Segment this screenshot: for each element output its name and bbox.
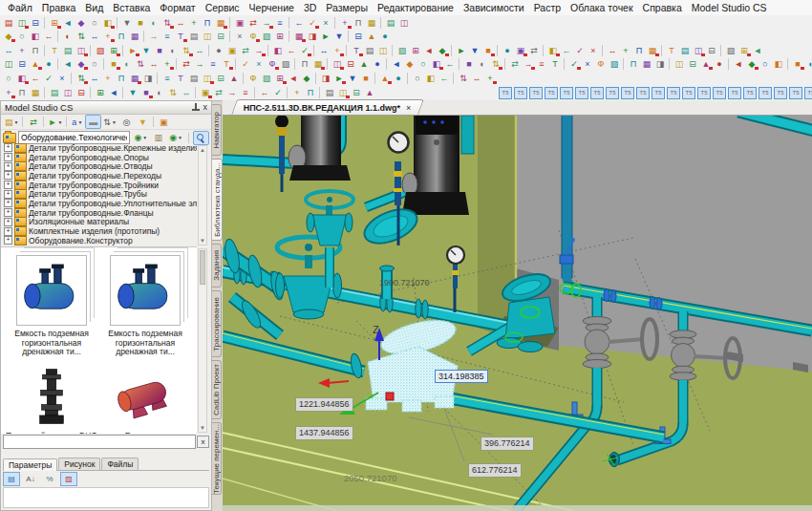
model-canvas[interactable]: Z 1900.721070 1221.944856 1437.944856 39…	[223, 116, 812, 511]
toolbar-icon[interactable]: ◫	[331, 58, 344, 70]
toolbar-icon[interactable]: ▲	[227, 73, 241, 84]
toolbar-icon[interactable]: П	[627, 58, 640, 70]
toolbar-icon[interactable]: ↔	[180, 87, 193, 98]
toolbar-icon[interactable]: ↔	[147, 58, 160, 70]
tree-item[interactable]: +Комплектные изделия (прототипы)	[4, 226, 197, 236]
toolbar-icon[interactable]: ◄	[61, 17, 75, 29]
toolbar-icon[interactable]: ◫	[336, 87, 350, 98]
publish-icon[interactable]: ▤▼	[3, 115, 20, 129]
toolbar-icon[interactable]: ○	[411, 73, 424, 84]
toolbar-icon[interactable]: ⊞	[94, 87, 107, 98]
toolbar-icon[interactable]: ◫	[692, 45, 705, 56]
toolbar-icon[interactable]: ←	[285, 45, 298, 56]
expand-icon[interactable]: +	[4, 162, 12, 171]
toolbar-icon[interactable]: Т	[665, 45, 678, 56]
toolbar-icon[interactable]: П	[29, 45, 42, 56]
toolbar-icon[interactable]: ○	[2, 73, 15, 84]
toolbar-icon[interactable]: ⇅	[180, 45, 193, 56]
te-button[interactable]: Т5	[499, 87, 512, 99]
toolbar-icon[interactable]: ◐	[166, 45, 180, 56]
toolbar-icon[interactable]: ▣	[233, 17, 246, 29]
toolbar-icon[interactable]: П	[115, 73, 128, 84]
clear-filter-button[interactable]: x	[197, 436, 209, 448]
tab-close-icon[interactable]: ×	[406, 103, 411, 113]
toolbar-icon[interactable]: ◫	[376, 45, 390, 56]
toolbar-icon[interactable]: ✓	[567, 58, 581, 70]
toolbar-icon[interactable]: Т	[548, 58, 562, 70]
toolbar-icon[interactable]: ◐	[147, 17, 160, 29]
toolbar-icon[interactable]: ▤	[323, 87, 336, 98]
toolbar-icon[interactable]: ◧	[29, 31, 42, 42]
toolbar-icon[interactable]: ◧	[772, 58, 785, 70]
toolbar-icon[interactable]: ⊞	[48, 17, 61, 29]
te-button[interactable]: Т5	[636, 87, 650, 99]
toolbar-icon[interactable]: ◧	[546, 45, 560, 56]
toolbar-icon[interactable]: ◄	[61, 58, 75, 70]
toolbar-icon[interactable]: ▤	[363, 45, 376, 56]
toolbar-icon[interactable]: ←	[42, 31, 55, 42]
toolbar-icon[interactable]: ▧	[395, 45, 409, 56]
menu-item-11[interactable]: Растр	[529, 2, 566, 13]
toolbar-icon[interactable]: Т	[220, 58, 233, 70]
toolbar-icon[interactable]: ↔	[470, 73, 483, 84]
expand-icon[interactable]: +	[4, 227, 12, 236]
toolbar-icon[interactable]: ≡	[239, 87, 252, 98]
library-combo[interactable]	[18, 131, 130, 144]
toolbar-icon[interactable]: +	[619, 45, 632, 56]
toolbar-icon[interactable]: ■	[481, 45, 495, 56]
toolbar-icon[interactable]: ▲	[699, 58, 713, 70]
toolbar-icon[interactable]: ⇅	[166, 87, 180, 98]
toolbar-icon[interactable]: ▲	[357, 58, 371, 70]
menu-item-3[interactable]: Вставка	[108, 2, 155, 13]
tree-scrollbar[interactable]: ▲ ▼	[198, 145, 207, 245]
toolbar-icon[interactable]: ●	[212, 45, 225, 56]
thumbnail-item[interactable]: Емкость подземная горизонтальная дренажн…	[98, 255, 192, 357]
toolbar-icon[interactable]: +	[101, 73, 115, 84]
toolbar-icon[interactable]: ⊞	[273, 31, 287, 42]
tree-item[interactable]: +Детали трубопроводные.Переходы	[4, 171, 197, 181]
toolbar-icon[interactable]: ►	[319, 31, 332, 42]
toolbar-icon[interactable]: ▤	[48, 87, 61, 98]
toolbar-icon[interactable]: ↔	[317, 45, 331, 56]
toolbar-icon[interactable]: ✓	[298, 45, 311, 56]
toolbar-icon[interactable]: ⊞	[737, 45, 751, 56]
toolbar-icon[interactable]: ◆	[75, 17, 88, 29]
thumbnail-image[interactable]	[16, 255, 87, 326]
tree-item[interactable]: +Детали трубопроводные.Крепежные изделия	[4, 143, 197, 153]
toolbar-icon[interactable]: ⊟	[29, 17, 42, 29]
toolbar-icon[interactable]: ≡	[535, 58, 548, 70]
te-button[interactable]: Т5	[575, 87, 588, 99]
thumbnail-image[interactable]	[111, 365, 180, 428]
toolbar-icon[interactable]: ▼	[139, 45, 153, 56]
toolbar-icon[interactable]: ◫	[61, 87, 75, 98]
te-button[interactable]: Т5	[759, 87, 772, 99]
toolbar-icon[interactable]: →	[193, 58, 206, 70]
toolbar-icon[interactable]: →	[252, 45, 266, 56]
toolbar-icon[interactable]: ◨	[141, 73, 155, 84]
tree-item[interactable]: +Детали трубопроводные.Фланцы	[4, 208, 197, 218]
expand-icon[interactable]: +	[4, 199, 12, 207]
toolbar-icon[interactable]: ⊟	[75, 87, 88, 98]
toolbar-icon[interactable]: ⇅	[75, 31, 88, 42]
toolbar-icon[interactable]: ⇄	[180, 58, 193, 70]
toolbar-icon[interactable]: ◐	[476, 58, 489, 70]
tree-item[interactable]: +Оборудование.Конструктор	[4, 236, 197, 245]
toolbar-icon[interactable]: ◫	[2, 58, 15, 70]
toolbar-icon[interactable]: ⇅	[75, 73, 88, 84]
toolbar-icon[interactable]: ⇅	[134, 58, 147, 70]
expand-icon[interactable]: +	[4, 190, 12, 199]
find-icon[interactable]: ◎	[118, 115, 135, 129]
toolbar-icon[interactable]: ▣	[514, 45, 527, 56]
toolbar-icon[interactable]: ⊟	[352, 31, 365, 42]
sort-az-icon[interactable]: А↓	[22, 472, 39, 486]
toolbar-icon[interactable]: ⊟	[15, 58, 29, 70]
te-button[interactable]: Т5	[560, 87, 573, 99]
te-button[interactable]: Т5	[774, 87, 787, 99]
toolbar-icon[interactable]: Т	[48, 45, 61, 56]
menu-item-13[interactable]: Справка	[638, 2, 687, 13]
expand-icon[interactable]: +	[4, 181, 12, 189]
menu-item-9[interactable]: Редактирование	[373, 2, 459, 13]
toolbar-icon[interactable]: ●	[501, 45, 514, 56]
toolbar-icon[interactable]: ⊞	[107, 45, 120, 56]
toolbar-icon[interactable]: ◨	[319, 73, 332, 84]
